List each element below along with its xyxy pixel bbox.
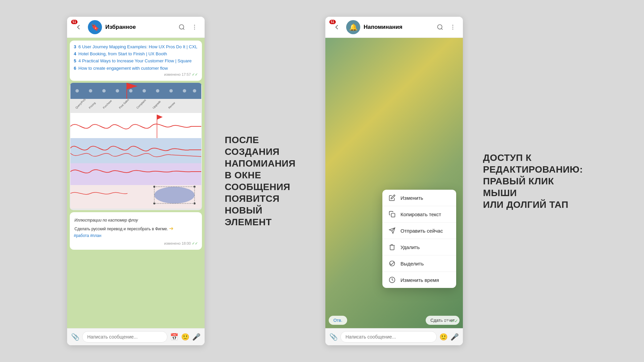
svg-point-3 [194,27,195,28]
edit-label: Изменить [400,195,423,201]
svg-point-4 [194,29,195,30]
calendar-button[interactable]: 📅 [170,333,178,341]
svg-point-40 [452,27,453,28]
delete-icon [388,243,396,251]
svg-point-9 [116,89,119,93]
context-menu-time[interactable]: Изменить время [382,272,456,288]
search-button[interactable] [177,22,186,32]
svg-text:Post Sales: Post Sales [118,98,129,109]
svg-text:Query/PoS: Query/PoS [75,98,86,109]
svg-point-6 [75,89,79,93]
left-chat-avatar: 🔖 [88,20,102,34]
svg-text:Pricing: Pricing [88,101,96,109]
right-message-input[interactable] [340,331,437,343]
left-chat-header: 51 🔖 Избранное [67,17,205,38]
context-menu-edit[interactable]: Изменить [382,190,456,206]
left-chat-messages: 3 6 User Journey Mapping Examples: How U… [67,38,205,328]
right-chat-panel: 51 🔔 Напоминания [325,17,463,345]
select-icon [388,260,396,267]
journey-svg: Query/PoS Pricing Purchase Post Sales Co… [70,83,202,210]
right-search-button[interactable] [435,22,445,32]
back-button-wrapper: 51 [72,21,85,33]
right-attachment-button[interactable]: 📎 [329,333,338,341]
header-icons-right [435,22,458,32]
context-menu-select[interactable]: Выделить [382,255,456,272]
time-icon [388,276,396,284]
right-msg-time: 12:51 ✓✓ [440,318,458,323]
svg-point-13 [169,89,173,93]
more-button[interactable] [190,22,199,32]
svg-point-7 [89,89,92,93]
journey-map-image: Query/PoS Pricing Purchase Post Sales Co… [70,83,202,210]
svg-text:Complaint: Complaint [136,99,147,109]
left-chat-panel: 51 🔖 Избранное [67,17,205,345]
svg-rect-42 [391,214,395,217]
page-wrapper: 51 🔖 Избранное [0,0,644,362]
caption-message: Иллюстрации по кастомер флоу Сделать рус… [70,212,202,250]
svg-point-2 [194,25,195,26]
customer-flow-chart: Query/PoS Pricing Purchase Post Sales Co… [70,83,202,210]
svg-point-14 [183,89,186,93]
middle-text-block: ПОСЛЕ СОЗДАНИЯ НАПОМИАНИЯ В ОКНЕ СООБЩЕН… [218,127,312,235]
right-description-text: ДОСТУП К РЕДАКТИРОВАНИЮ: ПРАВЫЙ КЛИК МЫШ… [483,152,570,210]
svg-rect-25 [70,113,201,138]
select-label: Выделить [400,261,424,266]
right-mic-button[interactable]: 🎤 [450,333,459,341]
svg-point-41 [452,29,453,30]
link-item-5[interactable]: 5 4 Practical Ways to Increase Your Cust… [74,58,198,64]
right-more-button[interactable] [448,22,458,32]
svg-line-1 [183,28,184,30]
caption-msg-time: изменено 18:00 ✓✓ [164,241,198,246]
svg-line-38 [441,28,443,30]
link-item-6[interactable]: 6 How to create engagement with customer… [74,65,198,71]
left-message-input[interactable] [82,331,167,343]
svg-point-11 [143,89,146,93]
right-chat-avatar: 🔔 [346,20,360,34]
context-menu-copy[interactable]: Копировать текст [382,206,456,223]
send-icon [388,227,396,234]
send-label: Отправить сейчас [400,228,443,234]
right-description-block: ДОСТУП К РЕДАКТИРОВАНИЮ: ПРАВЫЙ КЛИК МЫШ… [476,145,577,217]
svg-point-45 [390,261,395,266]
context-menu-delete[interactable]: Удалить [382,239,456,255]
svg-text:Upgrade: Upgrade [152,100,161,109]
svg-point-37 [438,25,442,29]
header-icons-left [177,22,199,32]
caption-content: Иллюстрации по кастомер флоу Сделать рус… [74,216,198,240]
svg-point-8 [102,89,106,93]
svg-point-36 [194,202,196,204]
left-input-bar: 📎 📅 🙂 🎤 [67,328,205,345]
context-menu-send[interactable]: Отправить сейчас [382,223,456,239]
right-input-bar: 📎 🙂 🎤 [325,328,463,345]
svg-point-39 [452,25,453,26]
unread-badge-left: 51 [71,20,77,24]
svg-point-10 [129,89,132,93]
svg-text:Purchase: Purchase [102,99,113,109]
svg-rect-28 [70,138,201,163]
time-label: Изменить время [400,277,439,283]
svg-rect-29 [70,163,201,185]
reply-button[interactable]: Отв. [329,316,347,325]
delete-label: Удалить [400,244,420,250]
context-menu: Изменить Копировать текст [382,190,456,288]
link-item-4[interactable]: 4 Hotel Booking, from Start to Finish | … [74,51,198,57]
mic-button[interactable]: 🎤 [192,333,201,341]
copy-label: Копировать текст [400,212,441,217]
right-chat-header: 51 🔔 Напоминания [325,17,463,38]
edit-icon [388,194,396,201]
middle-description: ПОСЛЕ СОЗДАНИЯ НАПОМИАНИЯ В ОКНЕ СООБЩЕН… [225,134,305,228]
link-item-3[interactable]: 3 6 User Journey Mapping Examples: How U… [74,44,198,50]
svg-point-35 [153,202,155,204]
svg-point-33 [153,186,155,188]
right-chat-title: Напоминания [364,24,432,31]
hashtags: #работа #план [74,233,198,239]
emoji-button[interactable]: 🙂 [181,333,190,341]
illustration-caption: Иллюстрации по кастомер флоу [74,216,198,224]
links-list: 3 6 User Journey Mapping Examples: How U… [74,44,198,71]
svg-point-34 [194,186,196,188]
svg-point-0 [179,25,184,29]
right-emoji-button[interactable]: 🙂 [439,333,448,341]
attachment-button[interactable]: 📎 [71,333,79,341]
left-chat-title: Избранное [105,24,174,31]
right-messages-area: Изменить Копировать текст [325,38,463,328]
